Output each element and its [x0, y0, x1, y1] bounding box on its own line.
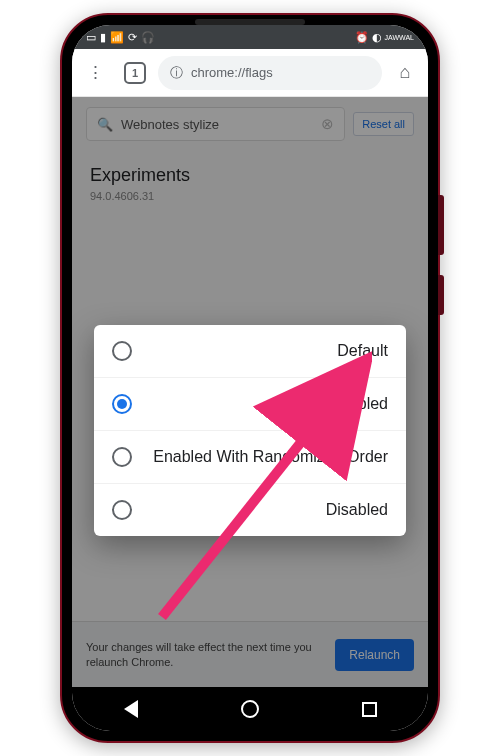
screen: ▭ ▮ 📶 ⟳ 🎧 ⏰ ◐ JAWWAL ⋮ 1 ⓘ chrome://flag… [72, 25, 428, 731]
home-button[interactable]: ⌂ [388, 56, 422, 90]
tabs-count-box: 1 [124, 62, 146, 84]
radio-icon-selected [112, 394, 132, 414]
power-button [438, 275, 444, 315]
radio-icon [112, 341, 132, 361]
url-text: chrome://flags [191, 65, 273, 80]
status-left: ▭ ▮ 📶 ⟳ 🎧 [86, 31, 155, 44]
menu-button[interactable]: ⋮ [78, 56, 112, 90]
option-label: Default [146, 341, 388, 361]
status-right: ⏰ ◐ JAWWAL [355, 31, 414, 44]
carrier-label: JAWWAL [385, 34, 414, 41]
home-circle-icon [241, 700, 259, 718]
dnd-icon: ◐ [372, 31, 382, 44]
option-label: Enabled [146, 394, 388, 414]
headphone-icon: 🎧 [141, 31, 155, 44]
option-label: Disabled [146, 500, 388, 520]
back-icon [124, 700, 138, 718]
address-bar: ⋮ 1 ⓘ chrome://flags ⌂ [72, 49, 428, 97]
alarm-icon: ⏰ [355, 31, 369, 44]
option-label: Enabled With Randomized Order [146, 447, 388, 467]
home-icon: ⌂ [400, 62, 411, 83]
option-enabled-randomized[interactable]: Enabled With Randomized Order [94, 431, 406, 484]
system-nav-bar [72, 687, 428, 731]
signal-icon: 📶 [110, 31, 124, 44]
option-default[interactable]: Default [94, 325, 406, 378]
recent-icon [362, 702, 377, 717]
options-modal: Default Enabled Enabled With Randomized … [94, 325, 406, 536]
wifi-icon: ⟳ [128, 31, 137, 44]
nav-home-button[interactable] [241, 700, 259, 718]
page-content: 🔍 Webnotes stylize ⊗ Reset all Experimen… [72, 97, 428, 687]
radio-icon [112, 500, 132, 520]
url-bar[interactable]: ⓘ chrome://flags [158, 56, 382, 90]
signal-icon: ▮ [100, 31, 106, 44]
status-bar: ▭ ▮ 📶 ⟳ 🎧 ⏰ ◐ JAWWAL [72, 25, 428, 49]
option-enabled[interactable]: Enabled [94, 378, 406, 431]
option-disabled[interactable]: Disabled [94, 484, 406, 536]
battery-icon: ▭ [86, 31, 96, 44]
info-icon: ⓘ [170, 64, 183, 82]
nav-back-button[interactable] [124, 700, 138, 718]
radio-icon [112, 447, 132, 467]
nav-recent-button[interactable] [362, 702, 377, 717]
volume-button [438, 195, 444, 255]
phone-frame: ▭ ▮ 📶 ⟳ 🎧 ⏰ ◐ JAWWAL ⋮ 1 ⓘ chrome://flag… [60, 13, 440, 743]
tabs-button[interactable]: 1 [118, 56, 152, 90]
